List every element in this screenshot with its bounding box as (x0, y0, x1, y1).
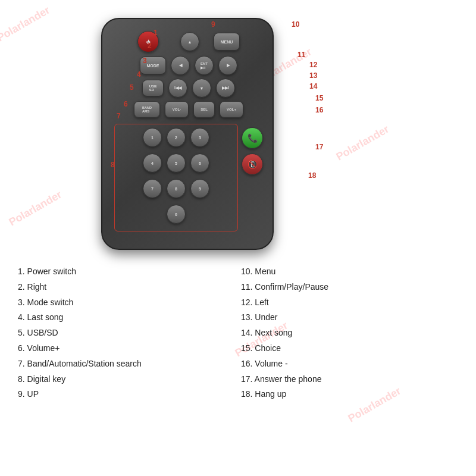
legend-label-12: Left (255, 298, 268, 307)
annotation-14: 14 (309, 82, 317, 90)
legend-label-5: USB/SD (27, 328, 58, 337)
legend-num-11: 11. (241, 282, 252, 292)
annotation-12: 12 (309, 61, 317, 69)
hang-button[interactable]: 📵 (242, 154, 263, 175)
numpad-row-4: 0 (118, 205, 234, 224)
annotation-18: 18 (308, 171, 316, 180)
vol-plus-button[interactable]: VOL+ (220, 101, 243, 118)
legend-num-9: 9. (18, 389, 25, 399)
call-buttons: 📞 📵 (242, 121, 263, 231)
legend: 1. Power switch 2. Right 3. Mode switch … (18, 265, 464, 402)
annotation-3: 3 (143, 57, 147, 65)
annotation-2: 2 (148, 42, 152, 50)
remote-control-area: ⏻ ▲ MENU MODE ◀ ENT▶II ▶ USBSD I◀◀ ▼ ▶▶I (60, 12, 381, 262)
legend-label-15: Choice (255, 343, 281, 353)
numpad-row-3: 7 8 9 (118, 179, 234, 198)
menu-button[interactable]: MENU (214, 33, 240, 51)
legend-label-11: Confirm/Play/Pause (255, 282, 328, 292)
annotation-6: 6 (124, 100, 128, 108)
annotation-1: 1 (154, 29, 158, 37)
legend-item-16: 16. Volume - (241, 357, 464, 371)
remote-buttons: ⏻ ▲ MENU MODE ◀ ENT▶II ▶ USBSD I◀◀ ▼ ▶▶I (114, 31, 263, 231)
num-5-button[interactable]: 5 (167, 154, 186, 173)
legend-left-col: 1. Power switch 2. Right 3. Mode switch … (18, 265, 241, 402)
numpad-area: 1 2 3 4 5 6 7 8 9 0 (114, 121, 263, 231)
sel-button[interactable]: SEL (193, 101, 215, 118)
legend-label-4: Last song (27, 312, 64, 322)
legend-num-3: 3. (18, 298, 25, 307)
annotation-8: 8 (111, 161, 115, 169)
legend-label-17: Answer the phone (255, 374, 322, 384)
up-button[interactable]: ▲ (180, 32, 199, 51)
legend-item-12: 12. Left (241, 296, 464, 310)
legend-num-17: 17. (241, 374, 252, 384)
num-0-button[interactable]: 0 (167, 205, 186, 224)
legend-label-16: Volume - (255, 359, 287, 368)
legend-num-2: 2. (18, 282, 25, 292)
button-row-3: USBSD I◀◀ ▼ ▶▶I (114, 79, 263, 98)
legend-label-13: Under (255, 312, 277, 322)
num-7-button[interactable]: 7 (143, 179, 162, 198)
num-2-button[interactable]: 2 (167, 128, 186, 147)
legend-num-6: 6. (18, 343, 25, 353)
legend-item-15: 15. Choice (241, 342, 464, 356)
button-row-4: BANDAMS VOL- SEL VOL+ (114, 101, 263, 118)
legend-item-4: 4. Last song (18, 311, 241, 325)
annotation-4: 4 (137, 70, 141, 79)
vol-minus-button[interactable]: VOL- (165, 101, 189, 118)
legend-num-12: 12. (241, 298, 252, 307)
prev-button[interactable]: I◀◀ (168, 79, 187, 98)
annotation-7: 7 (117, 112, 121, 120)
annotation-9: 9 (211, 20, 215, 29)
button-row-1: ⏻ ▲ MENU (114, 31, 263, 52)
legend-label-18: Hang up (255, 389, 286, 399)
num-8-button[interactable]: 8 (167, 179, 186, 198)
num-3-button[interactable]: 3 (190, 128, 209, 147)
legend-label-1: Power switch (27, 267, 76, 276)
num-9-button[interactable]: 9 (190, 179, 209, 198)
legend-item-8: 8. Digital key (18, 372, 241, 387)
legend-item-11: 11. Confirm/Play/Pause (241, 280, 464, 295)
watermark-4: Polarlander (7, 189, 64, 229)
legend-num-7: 7. (18, 359, 25, 368)
numpad-row-2: 4 5 6 (118, 154, 234, 173)
num-1-button[interactable]: 1 (143, 128, 162, 147)
numpad-row-1: 1 2 3 (118, 128, 234, 147)
legend-item-10: 10. Menu (241, 265, 464, 279)
legend-label-14: Next song (255, 328, 292, 337)
watermark-1: Polarlander (0, 4, 52, 45)
remote-body: ⏻ ▲ MENU MODE ◀ ENT▶II ▶ USBSD I◀◀ ▼ ▶▶I (101, 18, 274, 250)
annotation-5: 5 (130, 83, 134, 92)
legend-num-16: 16. (241, 359, 252, 368)
num-4-button[interactable]: 4 (143, 154, 162, 173)
legend-num-5: 5. (18, 328, 25, 337)
legend-item-3: 3. Mode switch (18, 296, 241, 310)
num-6-button[interactable]: 6 (190, 154, 209, 173)
legend-num-15: 15. (241, 343, 252, 353)
answer-button[interactable]: 📞 (242, 127, 263, 149)
annotation-11: 11 (298, 51, 305, 59)
legend-num-8: 8. (18, 374, 25, 384)
legend-label-10: Menu (255, 267, 275, 276)
next-button[interactable]: ▶▶I (216, 79, 235, 98)
left-button[interactable]: ◀ (171, 56, 190, 75)
legend-item-7: 7. Band/Automatic/Station search (18, 357, 241, 371)
legend-item-14: 14. Next song (241, 326, 464, 340)
legend-item-6: 6. Volume+ (18, 342, 241, 356)
legend-num-14: 14. (241, 328, 252, 337)
legend-label-3: Mode switch (27, 298, 74, 307)
annotation-13: 13 (309, 71, 317, 80)
legend-label-6: Volume+ (27, 343, 60, 353)
legend-item-9: 9. UP (18, 387, 241, 402)
down-button[interactable]: ▼ (192, 79, 211, 98)
band-button[interactable]: BANDAMS (134, 101, 160, 118)
legend-label-9: UP (27, 389, 39, 399)
numpad-box: 1 2 3 4 5 6 7 8 9 0 (114, 124, 238, 231)
legend-label-7: Band/Automatic/Station search (27, 359, 142, 368)
right-button[interactable]: ▶ (218, 56, 237, 75)
legend-item-1: 1. Power switch (18, 265, 241, 279)
legend-num-13: 13. (241, 312, 252, 322)
usb-sd-button[interactable]: USBSD (142, 80, 164, 96)
legend-num-1: 1. (18, 267, 25, 276)
ent-button[interactable]: ENT▶II (195, 56, 214, 75)
